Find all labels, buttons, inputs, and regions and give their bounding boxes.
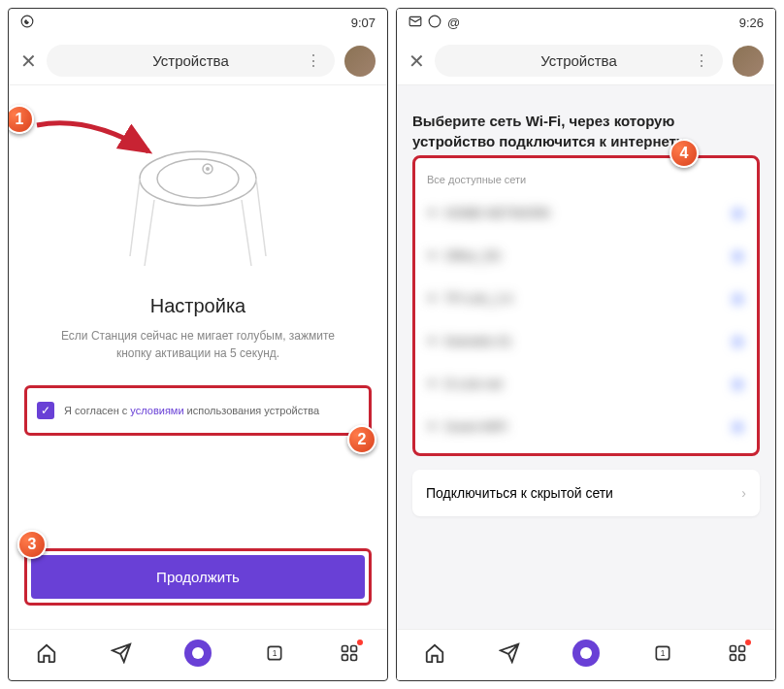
- phone-screen-wifi: @ 9:26 ✕ Устройства ⋮ Выберите сеть Wi-F…: [396, 8, 776, 681]
- header-title-pill[interactable]: Устройства ⋮: [47, 45, 335, 77]
- svg-point-13: [429, 16, 441, 27]
- annotation-marker-3: 3: [17, 530, 47, 559]
- nav-home-icon[interactable]: [35, 641, 58, 665]
- avatar[interactable]: [344, 46, 376, 77]
- svg-rect-19: [739, 655, 745, 661]
- wifi-signal-icon: ◆: [733, 247, 743, 263]
- at-icon: @: [447, 16, 460, 30]
- continue-button[interactable]: Продолжить: [31, 555, 365, 599]
- svg-rect-18: [731, 655, 736, 661]
- consent-row[interactable]: ✓ Я согласен с условиями использования у…: [24, 385, 372, 436]
- whatsapp-icon: [428, 15, 441, 31]
- mail-icon: [408, 15, 422, 31]
- wifi-network-item[interactable]: TP-Link_2.4◆: [419, 277, 753, 319]
- hidden-network-button[interactable]: Подключиться к скрытой сети ›: [412, 470, 760, 516]
- phone-screen-setup: 9:07 ✕ Устройства ⋮ 1 Настройка Если Ста…: [8, 8, 388, 681]
- annotation-marker-1: 1: [8, 105, 34, 134]
- wifi-content: Выберите сеть Wi-Fi, через которую устро…: [397, 85, 775, 629]
- svg-point-5: [206, 167, 210, 171]
- nav-tabs-icon[interactable]: 1: [651, 641, 674, 665]
- avatar[interactable]: [733, 46, 764, 77]
- nav-alice-icon[interactable]: [184, 640, 212, 667]
- setup-content: 1 Настройка Если Станция сейчас не мигае…: [9, 85, 387, 629]
- svg-rect-8: [343, 646, 348, 652]
- status-bar: 9:07: [9, 9, 387, 37]
- wifi-network-item[interactable]: HOME-NETWORK◆: [419, 191, 753, 234]
- svg-rect-17: [739, 646, 745, 652]
- nav-send-icon[interactable]: [498, 641, 521, 665]
- wifi-signal-icon: ◆: [733, 290, 743, 306]
- status-time: 9:26: [739, 16, 764, 30]
- consent-checkbox[interactable]: ✓: [37, 402, 54, 419]
- setup-description: Если Станция сейчас не мигает голубым, з…: [24, 327, 372, 362]
- header-title-pill[interactable]: Устройства ⋮: [435, 45, 723, 77]
- more-icon[interactable]: ⋮: [694, 51, 709, 70]
- bottom-nav: 1: [397, 629, 775, 680]
- annotation-arrow: [32, 111, 158, 169]
- header-title: Устройства: [540, 52, 616, 69]
- close-icon[interactable]: ✕: [408, 49, 425, 73]
- nav-apps-icon[interactable]: [726, 641, 749, 665]
- annotation-marker-2: 2: [347, 425, 376, 454]
- more-icon[interactable]: ⋮: [306, 51, 321, 70]
- wifi-network-item[interactable]: Guest-WiFi◆: [419, 405, 753, 447]
- wifi-network-item[interactable]: Office_5G◆: [419, 234, 753, 277]
- nav-alice-icon[interactable]: [572, 640, 600, 667]
- wifi-signal-icon: ◆: [733, 418, 743, 434]
- svg-rect-11: [351, 655, 357, 661]
- close-icon[interactable]: ✕: [20, 49, 37, 73]
- header-title: Устройства: [152, 52, 228, 69]
- svg-rect-16: [731, 646, 736, 652]
- annotation-marker-4: 4: [670, 139, 699, 168]
- continue-wrap: 3 Продолжить: [24, 548, 372, 606]
- terms-link[interactable]: условиями: [130, 405, 183, 416]
- nav-send-icon[interactable]: [110, 641, 133, 665]
- setup-title: Настройка: [24, 295, 372, 317]
- whatsapp-icon: [20, 15, 34, 31]
- hidden-network-label: Подключиться к скрытой сети: [426, 485, 613, 501]
- wifi-instruction-title: Выберите сеть Wi-Fi, через которую устро…: [412, 101, 760, 155]
- svg-rect-9: [351, 646, 357, 652]
- wifi-list-container: 4 Все доступные сети HOME-NETWORK◆ Offic…: [412, 155, 760, 456]
- wifi-network-item[interactable]: D-Link-net◆: [419, 362, 753, 405]
- wifi-signal-icon: ◆: [733, 376, 743, 391]
- svg-text:1: 1: [661, 648, 666, 658]
- status-time: 9:07: [351, 16, 376, 30]
- nav-home-icon[interactable]: [423, 641, 446, 665]
- wifi-signal-icon: ◆: [733, 205, 743, 220]
- badge-dot: [745, 640, 751, 645]
- nav-apps-icon[interactable]: [338, 641, 361, 665]
- wifi-network-item[interactable]: Keenetic-01◆: [419, 319, 753, 362]
- badge-dot: [357, 640, 363, 645]
- svg-rect-10: [343, 655, 348, 661]
- nav-tabs-icon[interactable]: 1: [263, 641, 286, 665]
- wifi-signal-icon: ◆: [733, 333, 743, 348]
- svg-text:1: 1: [273, 648, 278, 658]
- wifi-subtitle: Все доступные сети: [419, 174, 753, 185]
- app-header: ✕ Устройства ⋮: [397, 37, 775, 85]
- wifi-list: HOME-NETWORK◆ Office_5G◆ TP-Link_2.4◆ Ke…: [419, 191, 753, 447]
- bottom-nav: 1: [9, 629, 387, 680]
- svg-point-3: [157, 159, 239, 198]
- status-bar: @ 9:26: [397, 9, 775, 37]
- app-header: ✕ Устройства ⋮: [9, 37, 387, 85]
- consent-text: Я согласен с условиями использования уст…: [64, 405, 319, 416]
- chevron-right-icon: ›: [741, 485, 746, 501]
- svg-point-0: [21, 16, 33, 27]
